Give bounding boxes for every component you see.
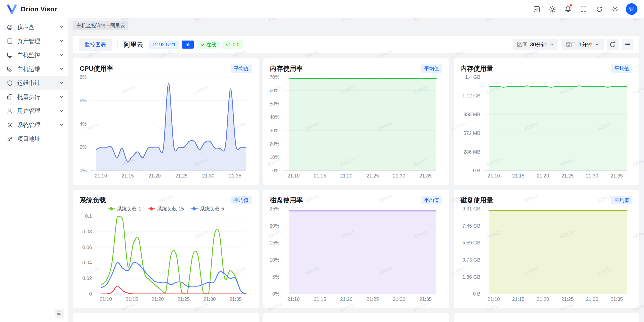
todo-button[interactable] [531, 3, 543, 15]
chart-card-3: 内存使用量平均值1.4 GB1.12 GB858 MB572 MB286 MB0… [454, 58, 639, 185]
notifications-button[interactable] [562, 3, 574, 15]
sidebar-item-ops-audit[interactable]: 运维审计 [0, 76, 68, 90]
svg-text:4%: 4% [80, 121, 87, 127]
svg-text:858 MB: 858 MB [463, 112, 480, 117]
svg-text:21:10: 21:10 [488, 173, 500, 178]
app-title: Orion Visor [21, 5, 57, 13]
reload-button[interactable] [593, 3, 606, 15]
sidebar-item-label: 仪表盘 [17, 23, 55, 31]
monitor-chart-tab[interactable]: 监控图表 [79, 39, 112, 51]
svg-text:21:20: 21:20 [340, 296, 352, 302]
theme-toggle-button[interactable] [546, 3, 559, 15]
legend-marker-icon [108, 207, 115, 210]
chart-plot-area[interactable]: 25%20%15%10%5%0%21:1021:1521:2021:2521:3… [270, 205, 442, 303]
chart-plot-area[interactable]: 1.4 GB1.12 GB858 MB572 MB286 MB0 B21:102… [460, 74, 633, 180]
svg-text:0%: 0% [272, 291, 279, 297]
svg-text:20%: 20% [270, 223, 279, 228]
sidebar-item-system-mgmt[interactable]: 系统管理 [0, 118, 68, 132]
svg-text:21:20: 21:20 [148, 173, 161, 178]
breadcrumb-row: 主机监控详情 - 阿里云 [68, 20, 644, 31]
user-avatar[interactable]: 管 [626, 3, 637, 15]
chart-plot-area[interactable]: 70%60%50%40%30%20%10%0%21:1021:1521:2021… [270, 74, 442, 180]
svg-text:21:15: 21:15 [126, 296, 138, 302]
chart-card-2: 内存使用率平均值70%60%50%40%30%20%10%0%21:1021:1… [263, 58, 449, 185]
svg-text:8%: 8% [80, 74, 87, 80]
svg-text:21:35: 21:35 [611, 173, 623, 178]
avg-value-badge: 平均值 [611, 196, 633, 204]
host-name: 阿里云 [124, 40, 143, 49]
legend-label: 系统负载-1 [117, 205, 141, 212]
svg-text:30%: 30% [270, 128, 279, 133]
legend-item[interactable]: 系统负载-5 [190, 205, 224, 212]
fullscreen-button[interactable] [578, 3, 590, 15]
project-link-icon [7, 136, 13, 142]
svg-text:572 MB: 572 MB [463, 130, 480, 136]
breadcrumb[interactable]: 主机监控详情 - 阿里云 [73, 21, 129, 30]
svg-text:286 MB: 286 MB [463, 149, 480, 155]
chart-canvas: 8%6%4%2%0%21:1021:1521:2021:2521:3021:35 [80, 74, 252, 180]
sidebar-item-batch-exec[interactable]: 批量执行 [0, 90, 68, 104]
svg-text:0%: 0% [80, 168, 87, 173]
svg-text:21:15: 21:15 [512, 296, 524, 302]
svg-text:21:10: 21:10 [95, 173, 107, 178]
chart-plot-area[interactable]: 0.10.080.060.040.02021:1021:1521:2021:25… [80, 212, 252, 303]
svg-text:21:15: 21:15 [122, 173, 134, 178]
chart-menu-button[interactable] [622, 39, 633, 50]
interval-select-value: 30分钟 [530, 41, 547, 48]
sidebar-item-label: 主机运维 [17, 65, 55, 73]
sidebar-item-host-ops[interactable]: 主机运维 [0, 62, 68, 76]
svg-text:25%: 25% [270, 206, 279, 211]
legend-item[interactable]: 系统负载-1 [108, 205, 141, 212]
svg-text:6%: 6% [80, 98, 87, 103]
chart-plot-area[interactable]: 8%6%4%2%0%21:1021:1521:2021:2521:3021:35 [80, 74, 252, 180]
svg-text:21:30: 21:30 [393, 296, 405, 302]
chart-title: 内存使用量 [460, 64, 493, 73]
collapse-sidebar-button[interactable] [55, 309, 64, 318]
svg-text:21:15: 21:15 [314, 173, 326, 178]
divider [117, 41, 118, 48]
interval-select[interactable]: 区间 30分钟 [513, 39, 558, 50]
legend-label: 系统负载-5 [200, 205, 224, 212]
chart-card-1: CPU使用率平均值8%6%4%2%0%21:1021:1521:2021:252… [73, 58, 259, 185]
svg-text:0: 0 [89, 291, 92, 297]
svg-text:0.06: 0.06 [82, 244, 92, 250]
svg-text:0 B: 0 B [473, 168, 480, 173]
host-ops-icon [7, 66, 13, 72]
sidebar: 仪表盘资产管理主机监控主机运维运维审计批量执行用户管理系统管理项目地址 [0, 18, 68, 322]
svg-text:10%: 10% [270, 257, 279, 263]
sidebar-item-user-mgmt[interactable]: 用户管理 [0, 104, 68, 118]
check-icon [200, 42, 205, 47]
sidebar-item-host-monitor[interactable]: 主机监控 [0, 48, 68, 62]
window-select[interactable]: 窗口 1分钟 [561, 39, 604, 50]
settings-button[interactable] [609, 3, 621, 15]
logo-icon [7, 4, 17, 14]
svg-text:21:10: 21:10 [287, 173, 300, 178]
svg-text:21:10: 21:10 [488, 296, 500, 302]
svg-text:60%: 60% [270, 88, 279, 93]
svg-text:1.4 GB: 1.4 GB [465, 74, 480, 80]
svg-text:20%: 20% [270, 141, 279, 147]
svg-text:0%: 0% [272, 168, 279, 173]
chart-card-partial [73, 313, 259, 322]
legend-item[interactable]: 系统负载-15 [148, 205, 184, 212]
svg-text:1.86 GB: 1.86 GB [462, 274, 480, 279]
user-mgmt-icon [7, 108, 13, 114]
sidebar-item-project-link[interactable]: 项目地址 [0, 132, 68, 146]
svg-text:21:30: 21:30 [202, 173, 214, 178]
svg-text:50%: 50% [270, 101, 279, 106]
sidebar-item-assets[interactable]: 资产管理 [0, 34, 68, 48]
chart-canvas: 70%60%50%40%30%20%10%0%21:1021:1521:2021… [270, 74, 442, 180]
charts-row-2: 系统负载平均值系统负载-1系统负载-15系统负载-50.10.080.060.0… [73, 190, 639, 308]
main-area: 主机监控详情 - 阿里云 监控图表 阿里云 12.92.5.21 ali 在线 [68, 18, 644, 322]
batch-exec-icon [7, 94, 13, 100]
avg-value-badge: 平均值 [421, 196, 442, 204]
sidebar-item-label: 批量执行 [17, 93, 55, 101]
svg-text:21:25: 21:25 [177, 296, 190, 302]
svg-text:9.31 GB: 9.31 GB [462, 206, 480, 211]
refresh-charts-button[interactable] [607, 39, 619, 50]
chart-plot-area[interactable]: 9.31 GB7.45 GB5.59 GB3.73 GB1.86 GB0 B21… [460, 205, 633, 303]
svg-text:21:30: 21:30 [586, 173, 598, 178]
sidebar-item-dashboard[interactable]: 仪表盘 [0, 20, 68, 34]
chart-title: 系统负载 [80, 196, 106, 205]
svg-text:0.04: 0.04 [82, 260, 92, 265]
